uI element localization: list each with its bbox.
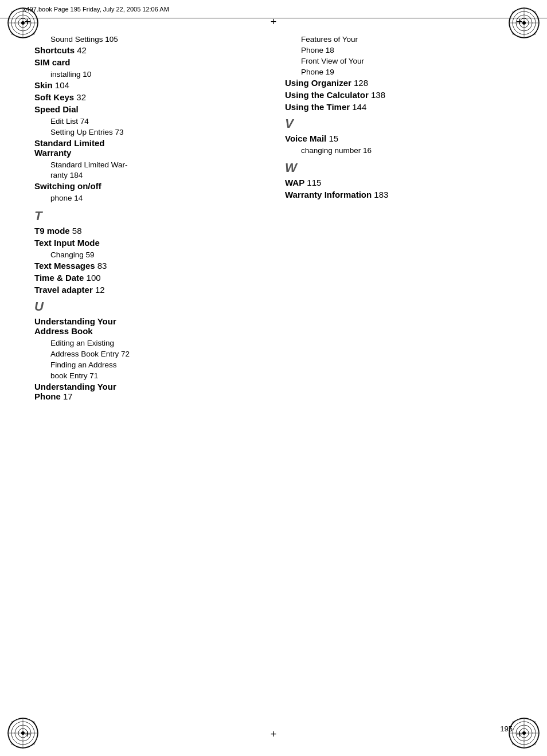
index-entry-24: Understanding YourPhone 17: [34, 382, 262, 401]
index-entry-7: Edit List 74: [34, 116, 262, 127]
index-entry-2: Using Organizer 128: [285, 78, 513, 88]
svg-line-8: [23, 8, 34, 11]
svg-line-55: [536, 722, 539, 733]
index-entry-8: Setting Up Entries 73: [34, 127, 262, 138]
index-entry-8: W: [285, 160, 513, 175]
main-entry-text-21: Understanding YourAddress Book: [34, 316, 116, 336]
svg-line-56: [509, 733, 513, 745]
index-entry-14: T9 mode 58: [34, 226, 262, 236]
main-entry-text-4: Skin 104: [34, 80, 69, 90]
main-entry-text-4: Using the Timer 144: [285, 102, 366, 112]
crosshair-bottom-left: [22, 728, 33, 740]
index-entry-6: Speed Dial: [34, 104, 262, 114]
svg-line-40: [34, 722, 38, 733]
index-entry-23: Finding an Addressbook Entry 71: [34, 360, 262, 382]
crosshair-bottom-right: [514, 728, 525, 740]
svg-line-28: [513, 34, 524, 38]
index-entry-22: Editing an ExistingAddress Book Entry 72: [34, 338, 262, 360]
index-entry-5: Soft Keys 32: [34, 92, 262, 102]
index-entry-10: Standard Limited War-ranty 184: [34, 160, 262, 182]
svg-line-22: [513, 8, 524, 11]
header-text: x497.book Page 195 Friday, July 22, 2005…: [23, 6, 169, 13]
index-entry-1: Front View of YourPhone 19: [285, 56, 513, 78]
crosshair-top-left: [22, 16, 33, 28]
index-entry-0: Features of YourPhone 18: [285, 34, 513, 56]
svg-line-58: [513, 745, 524, 748]
index-entry-20: U: [34, 299, 262, 314]
svg-line-52: [513, 718, 524, 722]
index-entry-6: Voice Mail 15: [285, 134, 513, 143]
main-entry-text-14: T9 mode 58: [34, 226, 82, 236]
index-entry-9: Standard LimitedWarranty: [34, 138, 262, 158]
main-entry-text-9: WAP 115: [285, 178, 321, 187]
index-entry-17: Text Messages 83: [34, 261, 262, 271]
svg-line-29: [524, 34, 536, 38]
svg-line-12: [34, 23, 38, 34]
index-entry-1: Shortcuts 42: [34, 45, 262, 55]
svg-line-23: [524, 8, 536, 11]
main-entry-text-24: Understanding YourPhone 17: [34, 382, 116, 401]
index-entry-11: Switching on/off: [34, 181, 262, 191]
main-entry-text-9: Standard LimitedWarranty: [34, 138, 105, 158]
index-entry-16: Changing 59: [34, 250, 262, 261]
svg-line-26: [509, 23, 513, 34]
main-entry-text-11: Switching on/off: [34, 181, 101, 191]
main-entry-text-10: Warranty Information 183: [285, 190, 388, 199]
index-entry-13: T: [34, 209, 262, 224]
main-entry-text-15: Text Input Mode: [34, 238, 100, 248]
svg-line-37: [11, 718, 23, 722]
crosshair-top-right: [514, 16, 525, 28]
main-entry-text-19: Travel adapter 12: [34, 285, 105, 295]
main-entry-text-17: Text Messages 83: [34, 261, 107, 271]
crosshair-bottom-center: [268, 728, 279, 740]
svg-line-14: [23, 34, 34, 38]
svg-line-27: [536, 23, 539, 34]
index-entry-5: V: [285, 116, 513, 131]
svg-line-59: [524, 745, 536, 748]
svg-line-53: [524, 718, 536, 722]
main-content: Sound Settings 105Shortcuts 42SIM cardin…: [34, 34, 513, 722]
left-column: Sound Settings 105Shortcuts 42SIM cardin…: [34, 34, 274, 722]
svg-line-42: [34, 733, 38, 745]
svg-line-39: [8, 722, 11, 733]
index-entry-2: SIM card: [34, 57, 262, 67]
index-entry-3: Using the Calculator 138: [285, 90, 513, 100]
index-entry-15: Text Input Mode: [34, 238, 262, 248]
svg-line-43: [11, 745, 23, 748]
svg-line-10: [34, 11, 38, 23]
main-entry-text-2: Using Organizer 128: [285, 78, 368, 88]
index-entry-10: Warranty Information 183: [285, 190, 513, 199]
index-entry-7: changing number 16: [285, 146, 513, 156]
right-column: Features of YourPhone 18Front View of Yo…: [274, 34, 513, 722]
main-entry-text-2: SIM card: [34, 57, 71, 67]
svg-line-11: [8, 23, 11, 34]
index-entry-4: Using the Timer 144: [285, 102, 513, 112]
index-entry-0: Sound Settings 105: [34, 34, 262, 45]
main-entry-text-5: Soft Keys 32: [34, 92, 86, 102]
index-entry-9: WAP 115: [285, 178, 513, 187]
svg-line-38: [23, 718, 34, 722]
index-entry-21: Understanding YourAddress Book: [34, 316, 262, 336]
main-entry-text-3: Using the Calculator 138: [285, 90, 385, 100]
svg-line-44: [23, 745, 34, 748]
svg-line-9: [8, 11, 11, 23]
index-entry-19: Travel adapter 12: [34, 285, 262, 295]
svg-line-7: [11, 8, 23, 11]
svg-line-24: [509, 11, 513, 23]
main-entry-text-18: Time & Date 100: [34, 273, 101, 283]
index-entry-18: Time & Date 100: [34, 273, 262, 283]
svg-line-57: [536, 733, 539, 745]
crosshair-top-center: [268, 16, 279, 28]
main-entry-text-1: Shortcuts 42: [34, 45, 87, 55]
main-entry-text-6: Speed Dial: [34, 104, 79, 114]
index-entry-3: installing 10: [34, 69, 262, 80]
svg-line-41: [8, 733, 11, 745]
main-entry-text-6: Voice Mail 15: [285, 134, 338, 143]
index-entry-12: phone 14: [34, 193, 262, 204]
svg-line-13: [11, 34, 23, 38]
svg-line-25: [536, 11, 539, 23]
page-number: 195: [500, 724, 513, 733]
index-entry-4: Skin 104: [34, 80, 262, 90]
